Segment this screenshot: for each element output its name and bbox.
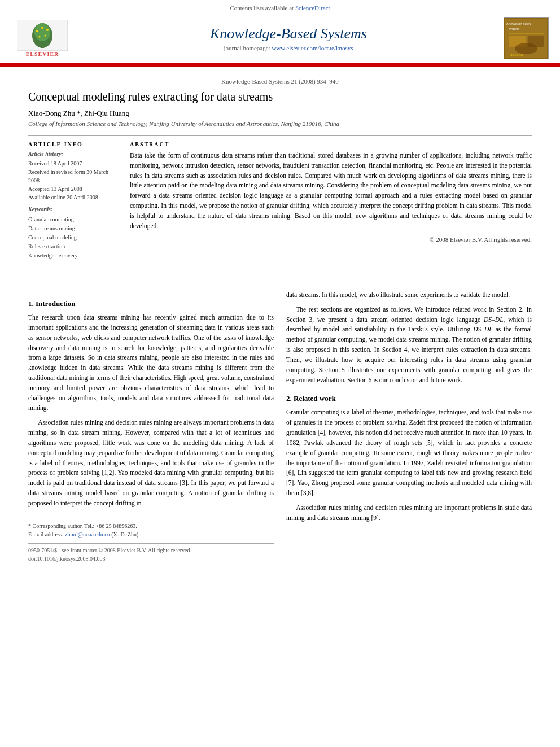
svg-point-4 (36, 30, 38, 32)
red-divider (0, 63, 560, 65)
keyword-4: Rules extraction (28, 242, 119, 251)
doi-line-1: 0950-7051/$ - see front matter © 2008 El… (28, 546, 274, 555)
body-col-right: data streams. In this model, we also ill… (286, 290, 532, 563)
elsevier-logo: ELSEVIER (11, 20, 73, 57)
journal-name: Knowledge-Based Systems (73, 25, 504, 42)
footnote-area: * Corresponding author. Tel.: +86 25 848… (28, 518, 274, 539)
svg-point-7 (39, 36, 41, 37)
keywords-label: Keywords: (28, 206, 119, 213)
accepted-date: Accepted 13 April 2008 (28, 185, 119, 193)
intro-para-right-2: The rest sections are organized as follo… (286, 305, 532, 386)
divider-1 (28, 135, 532, 136)
keyword-1: Granular computing (28, 215, 119, 224)
doi-line-2: doi:10.1016/j.knosys.2008.04.003 (28, 554, 274, 563)
bottom-notice: 0950-7051/$ - see front matter © 2008 El… (28, 543, 274, 563)
journal-thumbnail: Knowledge-Based Systems ELSEVIER (504, 17, 549, 59)
related-para-2: Association rules mining and decision ru… (286, 503, 532, 523)
article-history: Article history: Received 18 April 2007 … (28, 151, 119, 202)
keyword-3: Conceptual modeling (28, 233, 119, 242)
article-info-panel: ARTICLE INFO Article history: Received 1… (28, 141, 119, 265)
main-body: 1. Introduction The research upon data s… (0, 290, 560, 575)
keywords-section: Keywords: Granular computing Data stream… (28, 206, 119, 260)
body-columns: 1. Introduction The research upon data s… (28, 290, 532, 563)
svg-point-3 (34, 23, 50, 41)
paper-content: Knowledge-Based Systems 21 (2008) 934–94… (0, 67, 560, 290)
article-meta-section: ARTICLE INFO Article history: Received 1… (28, 141, 532, 265)
affiliation: College of Information Science and Techn… (28, 120, 532, 127)
contents-notice: Contents lists available at (230, 5, 294, 11)
journal-homepage: journal homepage: www.elsevier.com/locat… (73, 45, 504, 51)
elsevier-wordmark: ELSEVIER (26, 51, 59, 57)
paper-title: Conceptual modeling rules extracting for… (28, 90, 532, 103)
intro-para-1: The research upon data streams mining ha… (28, 313, 274, 413)
abstract-section: ABSTRACT Data take the form of continuou… (130, 141, 532, 265)
journal-cover-img: Knowledge-Based Systems ELSEVIER (504, 18, 548, 59)
sciencedirect-link[interactable]: ScienceDirect (295, 5, 330, 11)
received-date: Received 18 April 2007 (28, 159, 119, 168)
authors: Xiao-Dong Zhu *, Zhi-Qiu Huang (28, 109, 532, 118)
svg-point-5 (46, 29, 49, 31)
journal-banner: ELSEVIER Knowledge-Based Systems journal… (0, 14, 560, 63)
available-date: Available online 20 April 2008 (28, 193, 119, 202)
copyright: © 2008 Elsevier B.V. All rights reserved… (130, 236, 532, 243)
email-suffix: (X.-D. Zhu). (111, 531, 140, 538)
abstract-heading: ABSTRACT (130, 141, 532, 147)
svg-point-16 (515, 43, 537, 54)
intro-heading: 1. Introduction (28, 298, 274, 309)
intro-heading-text: 1. Introduction (28, 299, 76, 308)
intro-para-right-1: data streams. In this model, we also ill… (286, 290, 532, 300)
svg-text:Knowledge-Based: Knowledge-Based (506, 22, 532, 25)
keyword-2: Data streams mining (28, 224, 119, 233)
article-info-heading: ARTICLE INFO (28, 141, 119, 147)
revised-date: Received in revised form 30 March 2008 (28, 168, 119, 185)
related-para-1: Granular computing is a label of theorie… (286, 408, 532, 498)
related-heading-text: 2. Related work (286, 394, 336, 403)
body-col-left: 1. Introduction The research upon data s… (28, 290, 274, 563)
email-label: E-mail address: (28, 531, 63, 538)
journal-top-bar: Contents lists available at ScienceDirec… (0, 5, 560, 14)
email-link[interactable]: zhurd@nuaa.edu.cn (65, 531, 110, 538)
journal-header: Contents lists available at ScienceDirec… (0, 0, 560, 67)
abstract-text: Data take the form of continuous data st… (130, 151, 532, 231)
svg-point-8 (45, 34, 46, 36)
svg-text:Systems: Systems (509, 27, 520, 30)
svg-point-6 (41, 27, 43, 29)
elsevier-logo-img (17, 20, 68, 51)
keyword-5: Knowledge discovery (28, 251, 119, 260)
related-heading: 2. Related work (286, 393, 532, 404)
homepage-url[interactable]: www.elsevier.com/locate/knosys (272, 45, 353, 51)
history-label: Article history: (28, 151, 119, 158)
footnote-corresponding: * Corresponding author. Tel.: +86 25 848… (28, 522, 274, 530)
footnote-email: E-mail address: zhurd@nuaa.edu.cn (X.-D.… (28, 530, 274, 539)
journal-citation: Knowledge-Based Systems 21 (2008) 934–94… (28, 78, 532, 85)
divider-2 (28, 273, 532, 273)
journal-title-center: Knowledge-Based Systems journal homepage… (73, 25, 504, 51)
homepage-label: journal homepage: (224, 45, 270, 51)
svg-text:ELSEVIER: ELSEVIER (510, 54, 523, 56)
intro-para-2: Association rules mining and decision ru… (28, 418, 274, 508)
